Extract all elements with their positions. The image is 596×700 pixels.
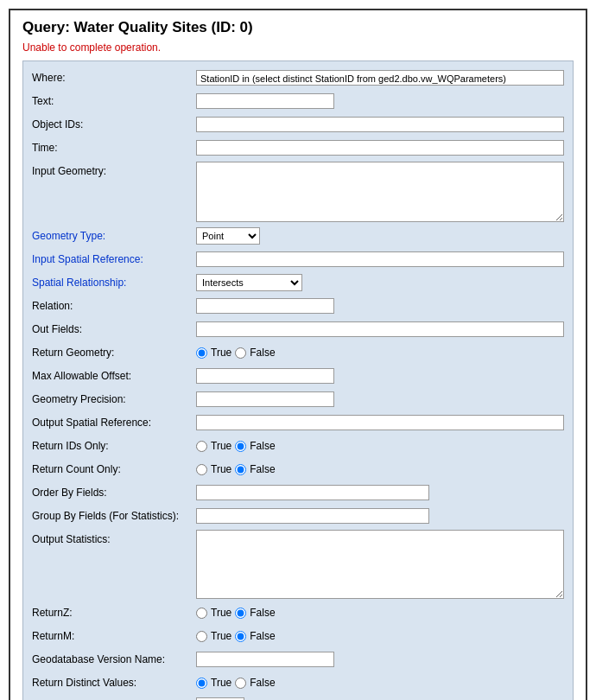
return-count-only-label: Return Count Only:	[32, 463, 196, 475]
input-spatial-ref-input[interactable]	[196, 251, 564, 267]
spatial-relationship-label: Spatial Relationship:	[32, 277, 196, 289]
return-ids-only-false-label: False	[250, 440, 275, 452]
spatial-relationship-select[interactable]: Intersects Contains Crosses Envelope Int…	[196, 274, 302, 291]
output-statistics-row: Output Statistics:	[32, 530, 564, 599]
return-geometry-radio-group: True False	[196, 347, 276, 359]
return-geometry-true-label: True	[211, 347, 231, 359]
return-count-only-control: True False	[196, 463, 564, 475]
group-by-fields-label: Group By Fields (For Statistics):	[32, 510, 196, 522]
output-statistics-textarea[interactable]	[196, 530, 564, 599]
output-statistics-control	[196, 530, 564, 599]
out-fields-control	[196, 321, 564, 337]
return-m-label: ReturnM:	[32, 630, 196, 642]
return-count-only-radio-group: True False	[196, 463, 276, 475]
relation-input[interactable]	[196, 298, 334, 314]
geodatabase-version-control	[196, 652, 564, 667]
object-ids-label: Object IDs:	[32, 118, 196, 130]
time-input[interactable]	[196, 140, 564, 156]
return-m-false-label: False	[250, 630, 275, 642]
return-m-control: True False	[196, 630, 564, 642]
return-geometry-true-radio[interactable]	[196, 347, 207, 359]
geometry-precision-input[interactable]	[196, 391, 334, 407]
input-geometry-label: Input Geometry:	[32, 162, 196, 177]
return-ids-only-false-radio[interactable]	[235, 441, 246, 452]
time-row: Time:	[32, 138, 564, 157]
return-count-only-row: Return Count Only: True False	[32, 460, 564, 479]
order-by-fields-row: Order By Fields:	[32, 483, 564, 502]
return-z-row: ReturnZ: True False	[32, 603, 564, 622]
group-by-fields-control	[196, 508, 564, 524]
return-m-radio-group: True False	[196, 630, 276, 642]
return-m-true-label: True	[211, 630, 231, 642]
relation-control	[196, 298, 564, 314]
input-geometry-textarea[interactable]	[196, 162, 564, 222]
return-z-false-radio[interactable]	[235, 608, 246, 619]
object-ids-input[interactable]	[196, 117, 564, 132]
spatial-relationship-control: Intersects Contains Crosses Envelope Int…	[196, 274, 564, 291]
return-z-true-radio[interactable]	[196, 608, 207, 619]
return-count-only-true-radio[interactable]	[196, 464, 207, 475]
text-row: Text:	[32, 92, 564, 111]
output-spatial-ref-label: Output Spatial Reference:	[32, 417, 196, 429]
return-ids-only-true-radio[interactable]	[196, 441, 207, 452]
geometry-precision-control	[196, 391, 564, 407]
group-by-fields-input[interactable]	[196, 508, 429, 524]
return-ids-only-true-label: True	[211, 440, 231, 452]
geometry-type-row: Geometry Type: Point Multipoint Polyline…	[32, 226, 564, 245]
max-allowable-offset-control	[196, 368, 564, 384]
time-label: Time:	[32, 142, 196, 154]
return-z-true-label: True	[211, 607, 231, 619]
return-geometry-false-radio[interactable]	[235, 347, 246, 359]
return-z-label: ReturnZ:	[32, 607, 196, 619]
order-by-fields-input[interactable]	[196, 485, 429, 500]
geodatabase-version-input[interactable]	[196, 652, 334, 667]
out-fields-input[interactable]	[196, 321, 564, 337]
return-ids-only-radio-group: True False	[196, 440, 276, 452]
return-distinct-control: True False	[196, 677, 564, 689]
group-by-fields-row: Group By Fields (For Statistics):	[32, 506, 564, 525]
return-geometry-control: True False	[196, 347, 564, 359]
input-geometry-row: Input Geometry:	[32, 162, 564, 222]
input-spatial-ref-label: Input Spatial Reference:	[32, 253, 196, 265]
return-ids-only-row: Return IDs Only: True False	[32, 436, 564, 455]
return-distinct-false-radio[interactable]	[235, 678, 246, 689]
return-distinct-true-label: True	[211, 677, 231, 689]
geometry-type-select[interactable]: Point Multipoint Polyline Polygon Envelo…	[196, 227, 260, 245]
geometry-type-control: Point Multipoint Polyline Polygon Envelo…	[196, 227, 564, 245]
return-z-radio-group: True False	[196, 607, 276, 619]
time-control	[196, 140, 564, 156]
return-ids-only-control: True False	[196, 440, 564, 452]
relation-label: Relation:	[32, 300, 196, 312]
geodatabase-version-label: Geodatabase Version Name:	[32, 653, 196, 665]
out-fields-row: Out Fields:	[32, 320, 564, 339]
out-fields-label: Out Fields:	[32, 323, 196, 335]
max-allowable-offset-label: Max Allowable Offset:	[32, 370, 196, 382]
geodatabase-version-row: Geodatabase Version Name:	[32, 650, 564, 669]
return-m-row: ReturnM: True False	[32, 627, 564, 646]
return-z-false-label: False	[250, 607, 275, 619]
format-row: Format: HTML JSON AMF Kmz	[32, 697, 564, 700]
max-allowable-offset-row: Max Allowable Offset:	[32, 366, 564, 385]
relation-row: Relation:	[32, 296, 564, 315]
input-spatial-ref-row: Input Spatial Reference:	[32, 250, 564, 269]
output-spatial-ref-input[interactable]	[196, 415, 564, 430]
return-geometry-false-label: False	[250, 347, 275, 359]
return-m-false-radio[interactable]	[235, 631, 246, 642]
return-ids-only-label: Return IDs Only:	[32, 440, 196, 452]
order-by-fields-label: Order By Fields:	[32, 487, 196, 499]
max-allowable-offset-input[interactable]	[196, 368, 334, 384]
geometry-precision-row: Geometry Precision:	[32, 390, 564, 409]
text-input[interactable]	[196, 93, 334, 109]
where-row: Where: StationID in (select distinct Sta…	[32, 68, 564, 87]
geometry-precision-label: Geometry Precision:	[32, 393, 196, 405]
output-statistics-label: Output Statistics:	[32, 530, 196, 545]
text-label: Text:	[32, 95, 196, 107]
order-by-fields-control	[196, 485, 564, 500]
return-count-only-false-radio[interactable]	[235, 464, 246, 475]
page-title: Query: Water Quality Sites (ID: 0)	[22, 19, 574, 36]
return-distinct-true-radio[interactable]	[196, 678, 207, 689]
return-z-control: True False	[196, 607, 564, 619]
return-count-only-false-label: False	[250, 463, 275, 475]
output-spatial-ref-row: Output Spatial Reference:	[32, 413, 564, 432]
return-m-true-radio[interactable]	[196, 631, 207, 642]
